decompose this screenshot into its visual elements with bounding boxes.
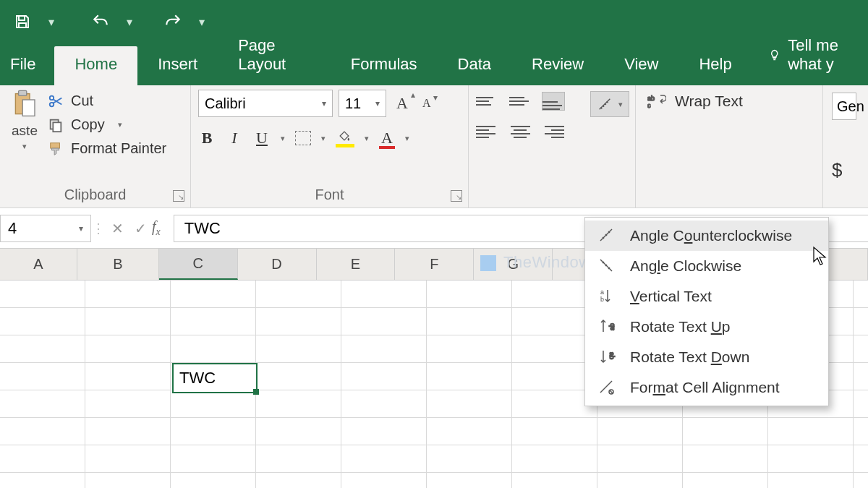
wrap-text-button[interactable]: abc Wrap Text	[647, 93, 811, 110]
bold-button[interactable]: B	[198, 129, 216, 147]
rotate-up-icon: ab	[597, 317, 617, 336]
align-left-icon[interactable]	[476, 123, 498, 140]
svg-rect-1	[19, 23, 26, 27]
redo-dropdown-icon[interactable]: ▾	[195, 15, 208, 29]
menu-format-cell-alignment[interactable]: Format Cell Alignment	[585, 372, 828, 403]
copy-icon	[48, 117, 64, 133]
align-middle-icon[interactable]	[509, 93, 531, 110]
svg-text:ab: ab	[608, 323, 616, 330]
group-label-clipboard: Clipboard ↘	[7, 187, 183, 207]
lightbulb-icon	[768, 47, 780, 63]
copy-button[interactable]: Copy	[48, 116, 166, 133]
borders-dropdown-icon[interactable]: ▾	[321, 134, 326, 143]
svg-text:b: b	[600, 296, 604, 303]
col-header[interactable]: B	[77, 249, 159, 280]
paste-label: aste	[12, 123, 38, 139]
fill-dropdown-icon[interactable]: ▾	[365, 134, 369, 143]
tell-me-label: Tell me what y	[788, 36, 868, 74]
name-box[interactable]: 4 ▾	[0, 215, 91, 242]
col-header[interactable]: F	[395, 249, 474, 280]
orientation-split-button[interactable]: ▾	[584, 85, 635, 207]
chevron-down-icon: ▾	[375, 98, 380, 108]
undo-icon[interactable]	[88, 9, 113, 34]
tab-home[interactable]: Home	[54, 46, 137, 85]
rotate-down-icon: ab	[597, 348, 617, 367]
increase-font-icon[interactable]: A▴	[392, 91, 412, 116]
grip-icon: ⋮	[91, 221, 106, 236]
menu-angle-clockwise[interactable]: Angle Clockwise	[585, 251, 828, 281]
orientation-icon	[597, 96, 613, 112]
menu-label: Rotate Text Up	[630, 318, 731, 335]
align-right-icon[interactable]	[542, 123, 564, 140]
tab-help[interactable]: Help	[678, 46, 752, 85]
svg-rect-8	[53, 122, 61, 132]
menu-vertical-text[interactable]: ab Vertical Text	[585, 281, 828, 312]
group-font: Calibri▾ 11▾ A▴ A▾ B I U ▾ ▾ ▾ A ▾ Font	[191, 85, 469, 207]
svg-text:ab: ab	[608, 352, 616, 359]
clipboard-launcher-icon[interactable]: ↘	[173, 190, 184, 202]
save-icon[interactable]	[10, 9, 35, 34]
align-center-icon[interactable]	[509, 123, 531, 140]
vertical-text-icon: ab	[597, 287, 617, 306]
group-label-font: Font ↘	[198, 187, 461, 207]
paste-button[interactable]: aste ▾	[7, 90, 42, 157]
format-painter-label: Format Painter	[71, 140, 166, 157]
col-header[interactable]: A	[0, 249, 77, 280]
tab-view[interactable]: View	[604, 46, 678, 85]
enter-formula-icon[interactable]: ✓	[129, 217, 152, 240]
number-format-combo[interactable]: Gen	[832, 93, 856, 120]
align-top-icon[interactable]	[476, 93, 498, 110]
tab-review[interactable]: Review	[511, 46, 604, 85]
angle-ccw-icon	[597, 226, 617, 245]
tell-me-search[interactable]: Tell me what y	[752, 36, 868, 85]
font-size-value: 11	[345, 95, 361, 112]
font-color-dropdown-icon[interactable]: ▾	[405, 134, 409, 143]
menu-angle-counterclockwise[interactable]: Angle Counterclockwise	[585, 221, 828, 251]
col-header[interactable]: E	[317, 249, 396, 280]
underline-dropdown-icon[interactable]: ▾	[281, 134, 285, 143]
tab-page-layout[interactable]: Page Layout	[218, 27, 331, 85]
decrease-font-icon[interactable]: A▾	[418, 94, 435, 113]
copy-label: Copy	[71, 116, 105, 133]
svg-text:ab: ab	[647, 95, 655, 102]
col-header[interactable]: D	[238, 249, 317, 280]
redo-icon[interactable]	[161, 9, 185, 34]
fill-color-icon[interactable]	[336, 129, 354, 147]
svg-rect-9	[51, 142, 60, 147]
font-name-combo[interactable]: Calibri▾	[198, 90, 333, 117]
menu-label: Angle Counterclockwise	[630, 227, 792, 244]
tab-insert[interactable]: Insert	[137, 46, 218, 85]
fill-handle[interactable]	[253, 389, 259, 395]
tab-data[interactable]: Data	[438, 46, 511, 85]
menu-rotate-text-up[interactable]: ab Rotate Text Up	[585, 312, 828, 342]
cut-button[interactable]: Cut	[48, 93, 166, 109]
save-dropdown-icon[interactable]: ▾	[45, 15, 58, 29]
svg-text:c: c	[647, 102, 651, 109]
font-launcher-icon[interactable]: ↘	[451, 190, 462, 202]
selected-cell[interactable]: TWC	[172, 363, 258, 393]
col-header-selected[interactable]: C	[159, 249, 238, 280]
tab-file[interactable]: File	[0, 46, 54, 85]
orientation-menu: Angle Counterclockwise Angle Clockwise a…	[584, 217, 829, 406]
cancel-formula-icon[interactable]: ✕	[106, 217, 129, 240]
tab-formulas[interactable]: Formulas	[331, 46, 438, 85]
format-painter-button[interactable]: Format Painter	[48, 140, 166, 157]
currency-icon[interactable]: $	[832, 120, 854, 181]
cut-label: Cut	[71, 93, 93, 109]
menu-label: Angle Clockwise	[630, 257, 741, 275]
font-color-icon[interactable]: A	[379, 129, 395, 147]
menu-label: Vertical Text	[630, 288, 712, 305]
menu-rotate-text-down[interactable]: ab Rotate Text Down	[585, 342, 828, 372]
insert-function-icon[interactable]: fx	[152, 218, 161, 238]
undo-dropdown-icon[interactable]: ▾	[123, 15, 136, 29]
font-size-combo[interactable]: 11▾	[339, 90, 386, 117]
align-bottom-icon[interactable]	[542, 93, 564, 110]
underline-button[interactable]: U	[253, 129, 271, 147]
scissors-icon	[48, 93, 64, 109]
borders-icon[interactable]	[295, 131, 311, 145]
chevron-down-icon: ▾	[79, 223, 83, 234]
wrap-text-icon: abc	[647, 93, 666, 109]
italic-button[interactable]: I	[226, 129, 243, 147]
name-box-value: 4	[8, 219, 17, 238]
paste-dropdown-icon[interactable]: ▾	[22, 142, 27, 151]
